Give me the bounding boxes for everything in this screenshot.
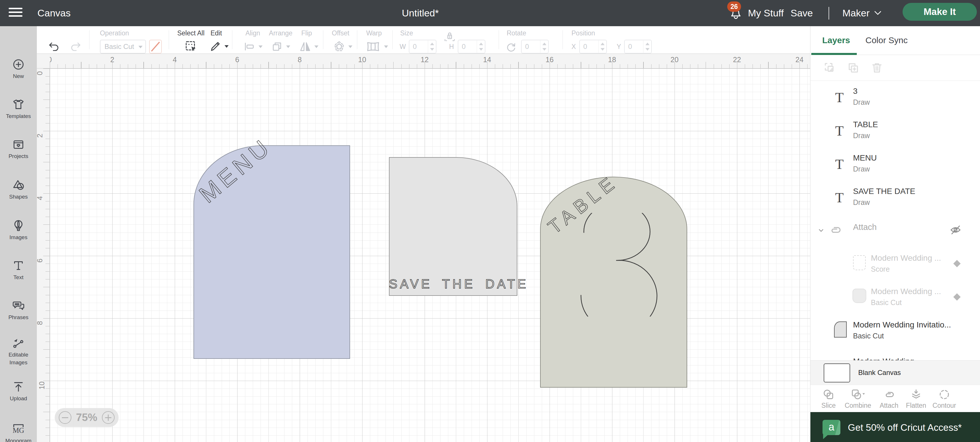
machine-select[interactable]: Maker (842, 0, 869, 26)
hidden-eye-slash-icon[interactable] (949, 224, 962, 236)
cricut-design-space-app: Canvas Untitled* 26 My Stuff Save Maker … (0, 0, 980, 442)
active-tab-underline (811, 53, 857, 55)
layer-row-partial[interactable]: Modern Wedding ... (810, 356, 980, 360)
sidebar-item-projects[interactable]: Projects (0, 138, 37, 160)
attached-layer-row[interactable]: Modern Wedding ... Score (810, 248, 980, 281)
combine-button[interactable]: Combine (842, 385, 874, 412)
color-swatch-empty[interactable] (149, 40, 162, 54)
chevron-down-icon[interactable] (348, 46, 352, 48)
cricut-access-banner[interactable]: a Get 50% off Cricut Access* (810, 412, 980, 442)
ruler-label: 14 (483, 56, 491, 64)
slice-icon (822, 388, 835, 401)
chevron-down-icon[interactable] (874, 10, 881, 16)
paperclip-icon (882, 388, 896, 401)
tab-layers[interactable]: Layers (822, 35, 850, 45)
sidebar-item-shapes[interactable]: Shapes (0, 178, 37, 200)
height-label: H (449, 43, 454, 51)
layer-row[interactable]: T SAVE THE DATE Draw (810, 181, 980, 215)
save-link[interactable]: Save (791, 0, 813, 26)
cricut-access-logo: a (822, 420, 840, 435)
edit-label[interactable]: Edit (210, 29, 223, 37)
edit-pencil-icon[interactable] (209, 40, 222, 53)
flatten-button[interactable]: Flatten (900, 385, 932, 412)
hamburger-menu-icon[interactable] (9, 8, 22, 18)
blank-canvas-row[interactable]: Blank Canvas (810, 360, 980, 385)
sidebar-item-phrases[interactable]: Phrases (0, 299, 37, 321)
select-all-label[interactable]: Select All (177, 29, 205, 37)
stepper-arrows[interactable] (540, 40, 548, 53)
text-layer-icon: T (835, 91, 843, 105)
sidebar-item-new[interactable]: New (0, 58, 37, 80)
warp-icon[interactable] (366, 40, 380, 53)
notification-badge: 26 (727, 2, 741, 12)
redo-icon[interactable] (69, 41, 82, 53)
stepper-arrows[interactable] (643, 40, 651, 53)
my-stuff-link[interactable]: My Stuff (748, 0, 784, 26)
arrange-icon[interactable] (270, 40, 283, 53)
slice-button[interactable]: Slice (813, 385, 845, 412)
undo-icon[interactable] (48, 41, 60, 53)
duplicate-icon[interactable] (847, 61, 860, 75)
sync-diamond-icon (953, 260, 961, 267)
ruler-label: 10 (38, 382, 46, 390)
sidebar-item-upload[interactable]: Upload (0, 380, 37, 402)
tab-color-sync[interactable]: Color Sync (865, 35, 908, 45)
stepper-arrows[interactable] (477, 40, 485, 53)
ruler-label: 16 (546, 56, 554, 64)
chevron-down-icon[interactable] (259, 46, 262, 48)
ruler-label: 6 (235, 56, 239, 64)
layer-row[interactable]: T 3 Draw (810, 81, 980, 114)
chevron-down-icon[interactable] (224, 45, 229, 48)
sidebar-item-templates[interactable]: Templates (0, 98, 37, 120)
size-lock-icon[interactable] (443, 30, 456, 42)
table-number-draw-text[interactable] (573, 213, 659, 316)
size-label: Size (400, 29, 413, 37)
project-title[interactable]: Untitled* (386, 0, 455, 26)
project-card-icon (12, 138, 25, 151)
offset-icon[interactable] (332, 40, 346, 54)
layer-row[interactable]: T MENU Draw (810, 148, 980, 181)
layer-row[interactable]: T TABLE Draw (810, 114, 980, 148)
size-h-input[interactable]: 0 (458, 40, 485, 54)
attach-group-header[interactable]: Attach (810, 215, 980, 248)
topbar: Canvas Untitled* 26 My Stuff Save Maker … (0, 0, 980, 26)
chevron-down-icon[interactable] (384, 46, 388, 48)
toolbar-divider (357, 30, 357, 49)
save-the-date-card-shape[interactable] (389, 157, 517, 296)
score-layer-icon (853, 255, 866, 270)
sidebar-item-editable-images[interactable]: Editable Images (0, 336, 37, 366)
align-icon[interactable] (243, 40, 256, 53)
nav-canvas-label[interactable]: Canvas (37, 0, 70, 26)
chevron-down-icon (138, 46, 143, 48)
chevron-down-icon[interactable] (314, 46, 318, 48)
layer-row[interactable]: Modern Wedding Invitatio... Basic Cut (810, 315, 980, 348)
sidebar-item-text[interactable]: Text (0, 259, 37, 281)
save-the-date-draw-text[interactable]: SAVE THE DATE (389, 277, 517, 291)
flip-icon[interactable] (299, 40, 312, 53)
sidebar-item-monogram[interactable]: MG Monogram (0, 423, 37, 442)
contour-button[interactable]: Contour (929, 385, 960, 412)
position-x-input[interactable]: 0 (579, 40, 607, 54)
ruler-label: 4 (173, 56, 177, 64)
chevron-down-icon[interactable] (818, 227, 824, 234)
delete-trash-icon[interactable] (870, 61, 883, 75)
svg-text:MG: MG (13, 426, 24, 434)
chevron-down-icon[interactable] (286, 46, 290, 48)
zoom-in-button[interactable] (102, 411, 115, 424)
position-y-input[interactable]: 0 (624, 40, 652, 54)
monogram-icon: MG (12, 423, 25, 436)
make-it-button[interactable]: Make It (902, 3, 977, 21)
sidebar-item-images[interactable]: Images (0, 219, 37, 241)
operation-dropdown[interactable]: Basic Cut (100, 40, 146, 54)
stepper-arrows[interactable] (428, 40, 436, 53)
layers-panel: Layers Color Sync T 3 Draw T TABLE Draw … (810, 26, 980, 442)
rotate-icon[interactable] (505, 41, 517, 53)
select-all-icon[interactable] (184, 40, 197, 53)
attached-layer-row[interactable]: Modern Wedding ... Basic Cut (810, 281, 980, 315)
group-icon[interactable] (823, 61, 836, 75)
ruler-label: 22 (733, 56, 741, 64)
stepper-arrows[interactable] (598, 40, 606, 53)
blank-canvas-thumbnail (824, 363, 850, 382)
rotate-input[interactable]: 0 (521, 40, 549, 54)
size-w-input[interactable]: 0 (409, 40, 436, 54)
